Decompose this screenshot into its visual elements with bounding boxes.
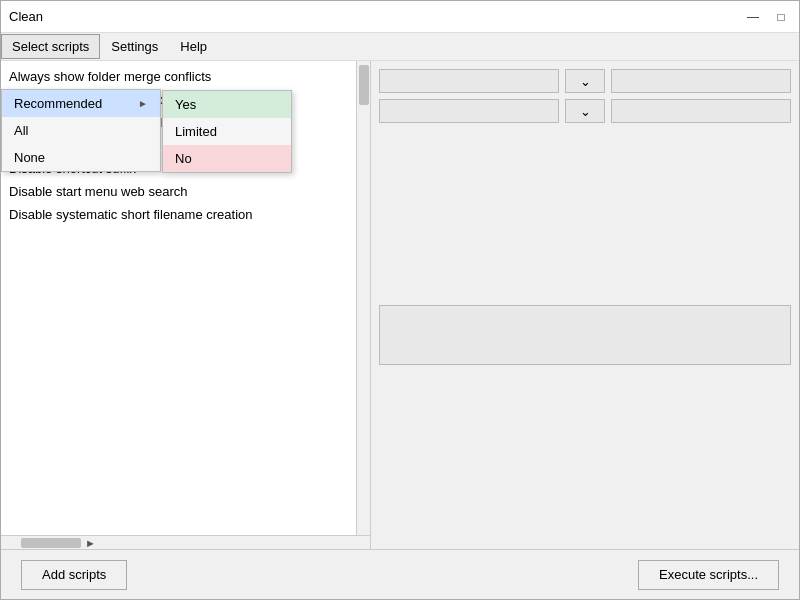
- main-content: Recommended ► Yes Limited No: [1, 61, 799, 549]
- dropdown-all-label: All: [14, 123, 28, 138]
- menu-select-scripts[interactable]: Select scripts: [1, 34, 100, 59]
- right-input-4[interactable]: [611, 99, 791, 123]
- submenu-item-no[interactable]: No: [163, 145, 291, 172]
- right-textarea[interactable]: [379, 305, 791, 365]
- submenu-container: Yes Limited No: [162, 90, 292, 173]
- list-item[interactable]: Disable start menu web search: [1, 180, 356, 203]
- main-window: Clean — □ Select scripts Settings Help R…: [0, 0, 800, 600]
- submenu-item-limited[interactable]: Limited: [163, 118, 291, 145]
- title-bar: Clean — □: [1, 1, 799, 33]
- horizontal-scrollbar[interactable]: ►: [1, 535, 370, 549]
- dropdown-arrow-2: ⌄: [580, 104, 591, 119]
- right-row-3: [379, 129, 791, 541]
- dropdown-item-recommended[interactable]: Recommended ► Yes Limited No: [2, 90, 160, 117]
- right-panel: ⌄ ⌄: [371, 61, 799, 549]
- bottom-bar: Add scripts Execute scripts...: [1, 549, 799, 599]
- vertical-scroll-thumb[interactable]: [359, 65, 369, 105]
- list-item[interactable]: Always show folder merge conflicts: [1, 65, 356, 88]
- add-scripts-button[interactable]: Add scripts: [21, 560, 127, 590]
- execute-scripts-button[interactable]: Execute scripts...: [638, 560, 779, 590]
- scroll-right-arrow[interactable]: ►: [85, 537, 96, 549]
- submenu: Yes Limited No: [162, 90, 292, 173]
- right-input-1[interactable]: [379, 69, 559, 93]
- horizontal-scroll-thumb[interactable]: [21, 538, 81, 548]
- menu-help[interactable]: Help: [169, 34, 218, 59]
- vertical-scrollbar[interactable]: [356, 61, 370, 535]
- minimize-button[interactable]: —: [743, 7, 763, 27]
- list-item[interactable]: Disable systematic short filename creati…: [1, 203, 356, 226]
- right-input-2[interactable]: [611, 69, 791, 93]
- window-title: Clean: [9, 9, 43, 24]
- maximize-button[interactable]: □: [771, 7, 791, 27]
- dropdown-arrow-1: ⌄: [580, 74, 591, 89]
- menu-settings[interactable]: Settings: [100, 34, 169, 59]
- right-dropdown-1[interactable]: ⌄: [565, 69, 605, 93]
- dropdown-container: Recommended ► Yes Limited No: [1, 89, 161, 172]
- right-dropdown-2[interactable]: ⌄: [565, 99, 605, 123]
- title-bar-controls: — □: [743, 7, 791, 27]
- dropdown-item-all[interactable]: All: [2, 117, 160, 144]
- right-row-2: ⌄: [379, 99, 791, 123]
- right-row-1: ⌄: [379, 69, 791, 93]
- submenu-chevron: ►: [138, 98, 148, 109]
- menu-bar: Select scripts Settings Help: [1, 33, 799, 61]
- submenu-item-yes[interactable]: Yes: [163, 91, 291, 118]
- dropdown-menu: Recommended ► Yes Limited No: [1, 89, 161, 172]
- dropdown-recommended-label: Recommended: [14, 96, 102, 111]
- right-input-3[interactable]: [379, 99, 559, 123]
- dropdown-none-label: None: [14, 150, 45, 165]
- dropdown-item-none[interactable]: None: [2, 144, 160, 171]
